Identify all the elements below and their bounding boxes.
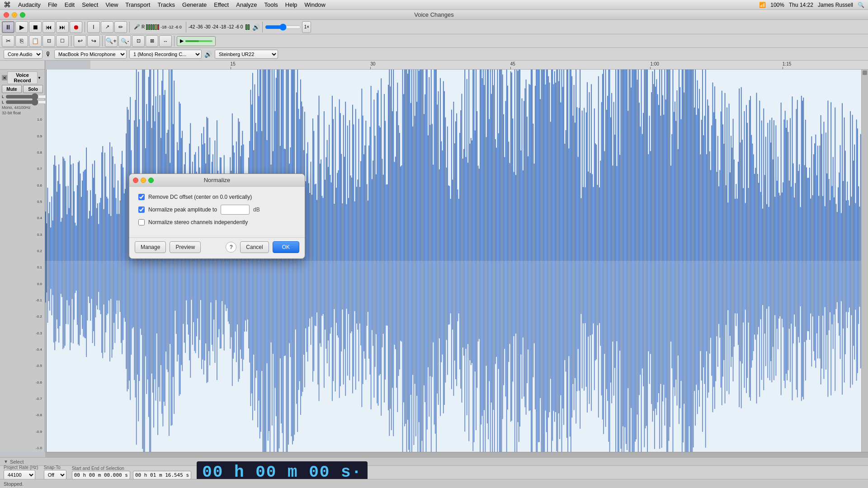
channels-select[interactable]: 1 (Mono) Recording C...	[129, 50, 202, 59]
meter-bar-seg	[153, 24, 155, 30]
skip-start-button[interactable]: ⏮	[42, 21, 55, 33]
vertical-scrollbar[interactable]	[861, 70, 868, 452]
scale-n02: -0.2	[2, 314, 42, 319]
select-tool[interactable]: ↗	[101, 21, 113, 33]
effect-menu[interactable]: Effect	[214, 1, 229, 8]
meter-bar-seg	[146, 24, 148, 30]
trim-button[interactable]: ⊡	[42, 35, 55, 47]
waveform-area[interactable]	[45, 70, 861, 452]
spotlight-icon[interactable]: 🔍	[858, 2, 864, 8]
solo-button[interactable]: Solo	[23, 85, 43, 93]
playback-speed-slider[interactable]	[265, 23, 301, 31]
audacity-menu[interactable]: Audacity	[18, 1, 41, 8]
copy-button[interactable]: ⎘	[15, 35, 28, 47]
minimize-button[interactable]	[12, 12, 17, 18]
scale-n09: -0.9	[2, 430, 42, 434]
track-close-button[interactable]: ✕	[2, 75, 7, 80]
zoom-out-button[interactable]: 🔍-	[118, 35, 131, 47]
dialog-maximize-button[interactable]	[148, 178, 154, 183]
selection-end-time[interactable]: 00 h 01 m 16.545 s	[133, 471, 191, 479]
apple-menu[interactable]: ⌘	[4, 0, 11, 9]
scale-n08: -0.8	[2, 413, 42, 417]
input-meter-bars	[146, 24, 159, 30]
tools-menu[interactable]: Tools	[264, 1, 278, 8]
help-button[interactable]: ?	[226, 242, 236, 253]
zoom-full-button[interactable]: ↔	[159, 35, 172, 47]
mute-button[interactable]: Mute	[2, 85, 22, 93]
file-menu[interactable]: File	[48, 1, 57, 8]
dialog-minimize-button[interactable]	[141, 178, 146, 183]
microphone-select[interactable]: MacBook Pro Microphone	[54, 50, 127, 59]
snap-to-select[interactable]: Off	[44, 470, 66, 480]
analyze-menu[interactable]: Analyze	[236, 1, 257, 8]
play-button[interactable]: ▶	[15, 21, 28, 33]
project-rate-label: Project Rate (Hz)	[4, 465, 38, 470]
ok-button[interactable]: OK	[273, 241, 299, 253]
draw-tool[interactable]: ✏	[114, 21, 127, 33]
transport-menu[interactable]: Transport	[125, 1, 150, 8]
paste-button[interactable]: 📋	[29, 35, 42, 47]
meter-bar-seg	[157, 24, 159, 30]
snap-to-label: Snap-To	[44, 465, 66, 470]
undo-button[interactable]: ↩	[74, 35, 86, 47]
ruler-mark-30: 30	[370, 61, 375, 66]
output-device-select[interactable]: Steinberg UR22	[215, 50, 278, 59]
help-menu[interactable]: Help	[285, 1, 297, 8]
ibeam-tool[interactable]: I	[87, 21, 100, 33]
dialog-close-button[interactable]	[133, 178, 138, 183]
redo-button[interactable]: ↪	[87, 35, 100, 47]
input-meter: 🎤 R -18 -12 -6 0	[132, 24, 184, 30]
record-button[interactable]: ⏺	[70, 21, 82, 33]
scroll-thumb[interactable]	[863, 70, 867, 75]
stop-button[interactable]: ⏹	[29, 21, 42, 33]
battery-level: 100%	[770, 2, 784, 8]
stereo-channels-label[interactable]: Normalize stereo channels independently	[148, 219, 248, 225]
dc-offset-checkbox[interactable]	[138, 194, 145, 200]
edit-menu[interactable]: Edit	[65, 1, 75, 8]
pause-button[interactable]: ⏸	[2, 21, 14, 33]
track-bit-depth: 32-bit float	[2, 111, 43, 116]
meter-bar-seg	[155, 24, 157, 30]
track-name-row: ✕ Voice Record ▼	[2, 71, 43, 84]
maximize-button[interactable]	[20, 12, 25, 18]
zoom-fit-button[interactable]: ⊡	[132, 35, 145, 47]
horizontal-scrollbar[interactable]	[45, 452, 868, 457]
silence-button[interactable]: ☐	[56, 35, 69, 47]
separator2	[129, 22, 130, 33]
wifi-icon: 📶	[759, 2, 766, 8]
amplitude-input[interactable]: -1.0	[221, 205, 250, 215]
menu-bar: ⌘ Audacity File Edit Select View Transpo…	[0, 0, 868, 10]
selection-start-time[interactable]: 00 h 00 m 00.000 s	[72, 471, 130, 479]
select-label-bar: ▼ Select	[0, 457, 868, 465]
playback-speed-reset[interactable]: 1×	[302, 21, 311, 33]
project-rate-select[interactable]: 44100	[4, 470, 35, 480]
scale-09: 0.9	[2, 134, 42, 138]
select-menu[interactable]: Select	[82, 1, 98, 8]
stereo-channels-row: Normalize stereo channels independently	[138, 219, 296, 225]
normalize-peak-label[interactable]: Normalize peak amplitude to	[148, 206, 217, 213]
tracks-menu[interactable]: Tracks	[157, 1, 175, 8]
meter-bar-seg	[248, 24, 250, 30]
zoom-in-button[interactable]: 🔍+	[105, 35, 118, 47]
audio-host-select[interactable]: Core Audio	[4, 50, 42, 59]
normalize-peak-checkbox[interactable]	[138, 206, 145, 213]
scale-n07: -0.7	[2, 397, 42, 401]
preview-button[interactable]: Preview	[170, 241, 201, 253]
track-dropdown-button[interactable]: ▼	[38, 76, 43, 80]
amplitude-unit: dB	[253, 206, 260, 213]
scale-n06: -0.6	[2, 380, 42, 385]
close-button[interactable]	[4, 12, 9, 18]
dc-offset-label[interactable]: Remove DC offset (center on 0.0 vertical…	[148, 194, 252, 200]
window-menu[interactable]: Window	[305, 1, 326, 8]
cut-button[interactable]: ✂	[2, 35, 14, 47]
zoom-sel-button[interactable]: ⊠	[146, 35, 158, 47]
cancel-button[interactable]: Cancel	[240, 241, 269, 253]
stereo-channels-checkbox[interactable]	[138, 219, 145, 225]
view-menu[interactable]: View	[105, 1, 118, 8]
transport-toolbar: ⏸ ▶ ⏹ ⏮ ⏭ ⏺ I ↗ ✏ 🎤 R -18 -12 -6 0 -4	[0, 20, 868, 34]
scale-08: 0.8	[2, 150, 42, 155]
manage-button[interactable]: Manage	[135, 241, 166, 253]
skip-end-button[interactable]: ⏭	[56, 21, 69, 33]
generate-menu[interactable]: Generate	[182, 1, 207, 8]
dialog-traffic-lights	[133, 178, 154, 183]
